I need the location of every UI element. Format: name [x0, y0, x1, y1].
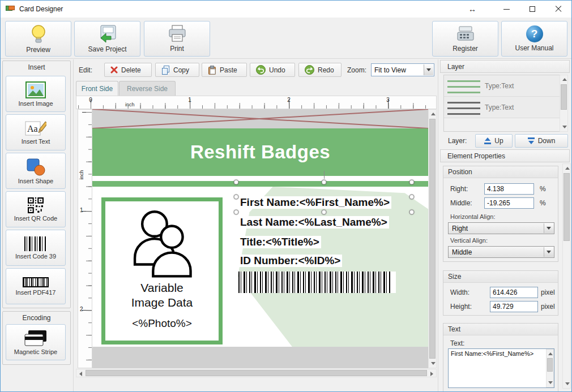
height-input[interactable] [490, 301, 538, 312]
maximize-button[interactable] [519, 1, 545, 18]
scroll-down-arrow-icon[interactable] [563, 380, 571, 388]
copy-icon [161, 66, 170, 75]
scroll-down-arrow-icon[interactable] [429, 359, 437, 368]
selection-handle-ne[interactable] [409, 180, 415, 185]
selection-handle-s[interactable] [322, 210, 327, 215]
magnetic-stripe-button[interactable]: Magnetic Stripe [6, 324, 66, 360]
scroll-up-arrow-icon[interactable] [560, 75, 569, 84]
zoom-select[interactable]: Fit to View [371, 63, 434, 76]
middle-label: Middle: [450, 199, 472, 207]
h-ruler-number: 0 [89, 97, 92, 103]
horizontal-align-select[interactable]: Right [448, 222, 554, 234]
middle-input[interactable] [484, 197, 534, 209]
canvas-vertical-scrollbar[interactable] [428, 109, 437, 368]
selection-handle-e[interactable] [409, 195, 415, 200]
register-button[interactable]: Register [432, 21, 498, 57]
vertical-align-select[interactable]: Middle [448, 246, 554, 258]
scroll-right-arrow-icon[interactable] [428, 369, 436, 378]
preview-button[interactable]: Preview [5, 21, 71, 57]
insert-shape-button[interactable]: Insert Shape [6, 153, 66, 189]
dropdown-arrow-icon[interactable] [544, 247, 553, 257]
scroll-down-arrow-icon[interactable] [560, 123, 569, 131]
photo-placeholder[interactable]: Variable Image Data <%Photo%> [101, 197, 223, 344]
delete-label: Delete [121, 66, 141, 74]
scrollbar-thumb[interactable] [561, 84, 567, 110]
copy-button[interactable]: Copy [155, 63, 199, 77]
scroll-up-arrow-icon[interactable] [563, 164, 571, 173]
tab-front-side[interactable]: Front Side [76, 81, 118, 96]
scrollbar-thumb[interactable] [86, 370, 427, 376]
insert-pdf417-button[interactable]: Insert PDF417 [6, 268, 66, 304]
insert-image-button[interactable]: Insert Image [6, 76, 66, 112]
scroll-down-arrow-icon[interactable] [546, 378, 554, 387]
resize-arrows-icon[interactable] [465, 1, 480, 18]
v-ruler-number: 1 [80, 207, 83, 213]
print-button[interactable]: Print [144, 21, 210, 57]
zoom-dropdown-arrow-icon[interactable] [424, 64, 433, 75]
card-barcode[interactable] [238, 272, 396, 293]
printer-icon [167, 25, 187, 43]
scroll-up-arrow-icon[interactable] [429, 110, 437, 118]
redo-label: Redo [318, 66, 334, 74]
scrollbar-thumb[interactable] [429, 119, 436, 359]
card-title-text: Reshift Badges [190, 141, 330, 162]
selection-handle-sw[interactable] [234, 210, 239, 215]
field-id-number[interactable]: ID Number:<%ID%> [238, 255, 342, 267]
barcode-bars [238, 272, 390, 293]
design-canvas[interactable]: Reshift Badges Variable Image Data [92, 109, 428, 368]
minimize-button[interactable] [493, 1, 519, 18]
horizontal-align-value: Right [452, 225, 468, 232]
insert-code39-button[interactable]: Insert Code 39 [6, 230, 66, 266]
layer-list-scrollbar[interactable] [560, 75, 568, 132]
layer-up-label: Up [494, 137, 503, 145]
right-input[interactable] [484, 183, 534, 195]
redo-button[interactable]: Redo [298, 63, 342, 77]
delete-button[interactable]: Delete [104, 63, 152, 77]
close-button[interactable] [545, 1, 571, 18]
field-title[interactable]: Title:<%Title%> [238, 236, 321, 248]
tab-reverse-label: Reverse Side [127, 85, 168, 93]
sidebar-divider [73, 59, 74, 392]
properties-scrollbar[interactable] [562, 163, 571, 389]
layer-down-button[interactable]: Down [515, 134, 568, 148]
tab-front-label: Front Side [82, 85, 113, 93]
card-title-banner[interactable]: Reshift Badges [92, 128, 428, 176]
height-unit: pixel [541, 303, 555, 311]
width-input[interactable] [490, 287, 538, 298]
dropdown-arrow-icon[interactable] [544, 223, 553, 233]
scrollbar-thumb[interactable] [547, 358, 553, 372]
scrollbar-thumb[interactable] [564, 173, 570, 241]
paste-button[interactable]: Paste [202, 63, 247, 77]
text-content-textarea[interactable]: First Name:<%First_Name%> [448, 348, 554, 388]
scroll-up-arrow-icon[interactable] [546, 350, 554, 358]
selection-handle-nw[interactable] [234, 180, 239, 185]
preview-label: Preview [26, 46, 50, 54]
textarea-scrollbar[interactable] [546, 349, 554, 387]
insert-qrcode-button[interactable]: Insert QR Code [6, 191, 66, 227]
tab-reverse-side[interactable]: Reverse Side [119, 81, 176, 96]
user-manual-button[interactable]: User Manual [501, 21, 567, 57]
layer-panel-header: Layer [440, 60, 570, 73]
selection-handle-se[interactable] [409, 210, 415, 215]
layer-item[interactable]: Type:Text [444, 97, 567, 118]
insert-shape-label: Insert Shape [18, 178, 53, 184]
field-last-name[interactable]: Last Name:<%Last_Name%> [238, 216, 389, 229]
layer-up-button[interactable]: Up [475, 134, 513, 148]
text-group: Text Text: First Name:<%First_Name%> [443, 323, 558, 392]
undo-label: Undo [269, 66, 285, 74]
undo-button[interactable]: Undo [250, 63, 295, 77]
middle-unit: % [540, 199, 546, 207]
save-project-button[interactable]: Save Project [74, 21, 140, 57]
insert-text-button[interactable]: Aa Insert Text [6, 114, 66, 150]
selection-handle-w[interactable] [234, 195, 239, 200]
layer-type-label: Type:Text [485, 104, 514, 111]
layer-item[interactable]: Type:Text [444, 75, 567, 97]
scroll-left-arrow-icon[interactable] [76, 369, 85, 378]
canvas-horizontal-scrollbar[interactable] [76, 369, 437, 377]
empty-image-placeholder-cross[interactable] [92, 109, 428, 128]
selection-handle-n[interactable] [322, 180, 327, 185]
shape-icon [25, 158, 46, 176]
h-ruler-unit: inch [125, 102, 135, 107]
vertical-ruler: inch 1 2 [78, 109, 92, 368]
layer-thumbnail [447, 100, 480, 115]
